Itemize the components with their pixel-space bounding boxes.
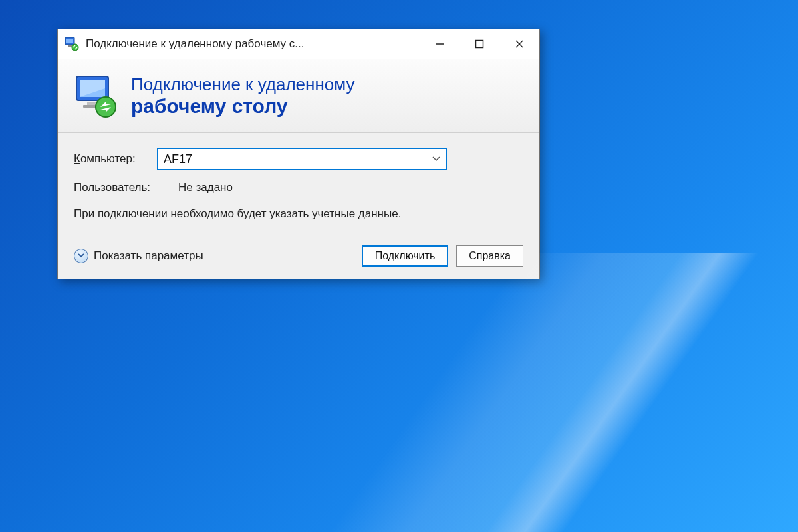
banner-text: Подключение к удаленному рабочему столу — [131, 74, 354, 117]
dialog-body: Компьютер: AF17 Пользователь: Не задано … — [58, 133, 539, 279]
window-controls — [420, 29, 539, 59]
button-group: Подключить Справка — [362, 245, 523, 267]
user-value: Не задано — [178, 181, 233, 194]
computer-row: Компьютер: AF17 — [74, 148, 523, 170]
computer-label: Компьютер: — [74, 152, 157, 166]
show-options-toggle[interactable]: Показать параметры — [74, 249, 203, 263]
help-button[interactable]: Справка — [456, 245, 523, 267]
rdp-dialog-window: Подключение к удаленному рабочему с... — [57, 29, 540, 279]
svg-rect-1 — [66, 39, 73, 43]
svg-point-13 — [96, 97, 116, 117]
banner: Подключение к удаленному рабочему столу — [58, 59, 539, 133]
credentials-note: При подключении необходимо будет указать… — [74, 206, 420, 223]
banner-line1: Подключение к удаленному — [131, 74, 354, 95]
window-title: Подключение к удаленному рабочему с... — [86, 37, 420, 51]
computer-value: AF17 — [164, 152, 192, 166]
maximize-button[interactable] — [460, 29, 499, 59]
svg-point-3 — [72, 44, 78, 51]
user-label: Пользователь: — [74, 181, 150, 194]
dialog-footer: Показать параметры Подключить Справка — [74, 241, 523, 267]
user-row: Пользователь: Не задано — [74, 181, 523, 194]
rdp-icon — [72, 72, 119, 119]
chevron-down-icon — [432, 156, 440, 162]
close-button[interactable] — [499, 29, 539, 59]
computer-combobox[interactable]: AF17 — [157, 148, 447, 170]
banner-line2: рабочему столу — [131, 95, 354, 117]
show-options-label: Показать параметры — [94, 249, 203, 263]
minimize-button[interactable] — [420, 29, 460, 59]
svg-rect-5 — [476, 41, 483, 48]
svg-rect-2 — [68, 45, 72, 47]
connect-button[interactable]: Подключить — [362, 245, 448, 267]
app-icon — [65, 37, 79, 51]
expand-icon — [74, 249, 88, 263]
titlebar: Подключение к удаленному рабочему с... — [58, 29, 539, 59]
